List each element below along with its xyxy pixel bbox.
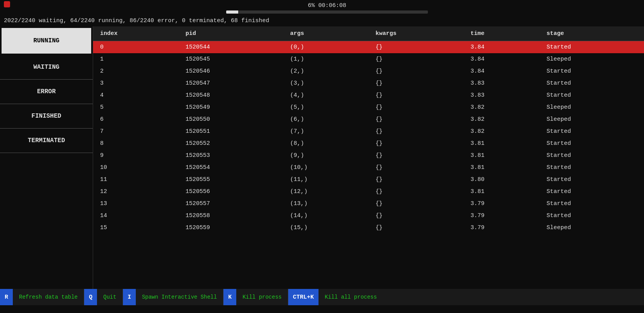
cell-time: 3.83 xyxy=(464,77,540,89)
timer: 00:06:08 xyxy=(319,2,346,9)
cell-index: 3 xyxy=(93,77,178,89)
sidebar-item-error[interactable]: ERROR xyxy=(0,80,93,104)
cell-index: 10 xyxy=(93,162,178,174)
cell-pid: 1520557 xyxy=(178,198,283,210)
kb-item-ctrl-k[interactable]: CTRL+K Kill all process xyxy=(288,289,383,305)
cell-args: (5,) xyxy=(283,101,369,113)
progress-section: 6% 00:06:08 xyxy=(14,2,640,14)
cell-pid: 1520546 xyxy=(178,65,283,77)
sidebar-item-finished[interactable]: FINISHED xyxy=(0,104,93,129)
table-area[interactable]: index pid args kwargs time stage 0 15205… xyxy=(93,26,644,289)
cell-pid: 1520558 xyxy=(178,210,283,222)
red-indicator xyxy=(4,1,10,7)
kb-key-i[interactable]: I xyxy=(123,289,136,305)
cell-args: (13,) xyxy=(283,198,369,210)
col-header-args: args xyxy=(283,26,369,41)
cell-time: 3.81 xyxy=(464,150,540,162)
cell-pid: 1520556 xyxy=(178,186,283,198)
cell-stage: Started xyxy=(540,137,644,150)
data-table: index pid args kwargs time stage 0 15205… xyxy=(93,26,644,234)
cell-kwargs: {} xyxy=(369,150,464,162)
cell-stage: Started xyxy=(540,89,644,101)
progress-bar-outer xyxy=(226,10,428,14)
cell-args: (1,) xyxy=(283,53,369,65)
cell-stage: Sleeped xyxy=(540,222,644,234)
cell-stage: Started xyxy=(540,210,644,222)
sidebar-item-terminated[interactable]: TERMINATED xyxy=(0,129,93,153)
cell-args: (14,) xyxy=(283,210,369,222)
cell-index: 1 xyxy=(93,53,178,65)
cell-pid: 1520555 xyxy=(178,174,283,186)
cell-stage: Started xyxy=(540,41,644,54)
table-row[interactable]: 5 1520549 (5,) {} 3.82 Sleeped xyxy=(93,101,644,113)
cell-index: 2 xyxy=(93,65,178,77)
cell-kwargs: {} xyxy=(369,162,464,174)
cell-pid: 1520545 xyxy=(178,53,283,65)
cell-time: 3.81 xyxy=(464,162,540,174)
kb-label-k: Kill process xyxy=(236,289,288,305)
cell-pid: 1520551 xyxy=(178,125,283,137)
cell-kwargs: {} xyxy=(369,174,464,186)
kb-item-r[interactable]: R Refresh data table xyxy=(0,289,84,305)
table-row[interactable]: 13 1520557 (13,) {} 3.79 Started xyxy=(93,198,644,210)
status-line: 2022/2240 waiting, 64/2240 running, 86/2… xyxy=(0,16,644,26)
table-row[interactable]: 4 1520548 (4,) {} 3.83 Started xyxy=(93,89,644,101)
table-row[interactable]: 12 1520556 (12,) {} 3.81 Started xyxy=(93,186,644,198)
cell-pid: 1520554 xyxy=(178,162,283,174)
table-row[interactable]: 15 1520559 (15,) {} 3.79 Sleeped xyxy=(93,222,644,234)
col-header-pid: pid xyxy=(178,26,283,41)
kb-item-i[interactable]: I Spawn Interactive Shell xyxy=(123,289,223,305)
cell-pid: 1520548 xyxy=(178,89,283,101)
sidebar: RUNNING WAITING ERROR FINISHED TERMINATE… xyxy=(0,26,93,289)
table-row[interactable]: 8 1520552 (8,) {} 3.81 Started xyxy=(93,137,644,150)
table-row[interactable]: 3 1520547 (3,) {} 3.83 Started xyxy=(93,77,644,89)
cell-time: 3.81 xyxy=(464,137,540,150)
cell-pid: 1520547 xyxy=(178,77,283,89)
cell-index: 12 xyxy=(93,186,178,198)
cell-index: 11 xyxy=(93,174,178,186)
table-row[interactable]: 10 1520554 (10,) {} 3.81 Started xyxy=(93,162,644,174)
cell-args: (15,) xyxy=(283,222,369,234)
cell-kwargs: {} xyxy=(369,222,464,234)
cell-stage: Started xyxy=(540,198,644,210)
cell-stage: Sleeped xyxy=(540,53,644,65)
table-row[interactable]: 0 1520544 (0,) {} 3.84 Started xyxy=(93,41,644,54)
table-header-row: index pid args kwargs time stage xyxy=(93,26,644,41)
table-row[interactable]: 14 1520558 (14,) {} 3.79 Started xyxy=(93,210,644,222)
kb-key-k[interactable]: K xyxy=(223,289,236,305)
table-row[interactable]: 2 1520546 (2,) {} 3.84 Started xyxy=(93,65,644,77)
bottom-bar: R Refresh data table Q Quit I Spawn Inte… xyxy=(0,289,644,305)
cell-index: 15 xyxy=(93,222,178,234)
col-header-stage: stage xyxy=(540,26,644,41)
sidebar-item-waiting[interactable]: WAITING xyxy=(0,55,93,80)
cell-index: 13 xyxy=(93,198,178,210)
kb-key-q[interactable]: Q xyxy=(84,289,97,305)
cell-args: (2,) xyxy=(283,65,369,77)
cell-args: (8,) xyxy=(283,137,369,150)
cell-time: 3.84 xyxy=(464,41,540,54)
cell-time: 3.82 xyxy=(464,125,540,137)
main-layout: RUNNING WAITING ERROR FINISHED TERMINATE… xyxy=(0,26,644,289)
kb-item-q[interactable]: Q Quit xyxy=(84,289,123,305)
cell-stage: Started xyxy=(540,174,644,186)
cell-args: (7,) xyxy=(283,125,369,137)
kb-item-k[interactable]: K Kill process xyxy=(223,289,288,305)
table-row[interactable]: 1 1520545 (1,) {} 3.84 Sleeped xyxy=(93,53,644,65)
kb-label-r: Refresh data table xyxy=(13,289,84,305)
sidebar-item-running[interactable]: RUNNING xyxy=(2,28,91,54)
cell-args: (11,) xyxy=(283,174,369,186)
cell-kwargs: {} xyxy=(369,137,464,150)
cell-index: 0 xyxy=(93,41,178,54)
kb-key-r[interactable]: R xyxy=(0,289,13,305)
cell-pid: 1520544 xyxy=(178,41,283,54)
kb-key-ctrl-k[interactable]: CTRL+K xyxy=(288,289,319,305)
cell-stage: Started xyxy=(540,150,644,162)
cell-time: 3.79 xyxy=(464,222,540,234)
cell-args: (6,) xyxy=(283,113,369,125)
table-row[interactable]: 9 1520553 (9,) {} 3.81 Started xyxy=(93,150,644,162)
table-row[interactable]: 6 1520550 (6,) {} 3.82 Sleeped xyxy=(93,113,644,125)
table-row[interactable]: 11 1520555 (11,) {} 3.80 Started xyxy=(93,174,644,186)
cell-pid: 1520550 xyxy=(178,113,283,125)
cell-args: (10,) xyxy=(283,162,369,174)
table-row[interactable]: 7 1520551 (7,) {} 3.82 Started xyxy=(93,125,644,137)
